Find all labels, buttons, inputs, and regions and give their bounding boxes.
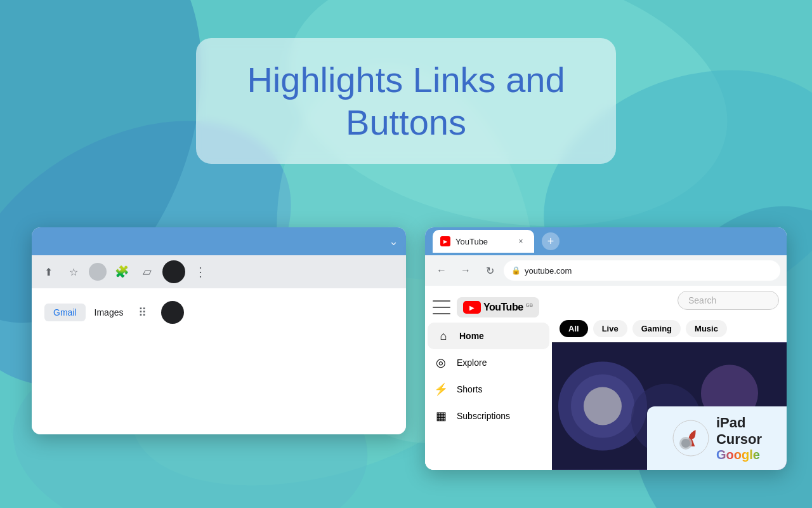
ipad-cursor-text: iPad Cursor Google: [716, 415, 762, 462]
title-card: Highlights Links and Buttons: [196, 38, 615, 164]
left-browser-body: Gmail Images ⠿: [32, 288, 406, 434]
home-icon: ⌂: [436, 329, 450, 343]
images-link[interactable]: Images: [95, 307, 124, 318]
sidebar-shorts-label: Shorts: [457, 384, 482, 394]
hamburger-line: [433, 313, 450, 314]
forward-button[interactable]: →: [455, 260, 476, 281]
sidebar-subscriptions-label: Subscriptions: [457, 411, 510, 421]
hamburger-menu[interactable]: [433, 300, 450, 314]
browser-right: YouTube × + ← → ↻ 🔒 youtube.com: [425, 227, 787, 470]
filter-chip-live[interactable]: Live: [593, 320, 627, 337]
filter-chip-music[interactable]: Music: [686, 320, 727, 337]
ipad-text: iPad: [716, 415, 762, 431]
subscriptions-icon: ▦: [434, 409, 448, 423]
hamburger-line: [433, 307, 450, 308]
share-icon[interactable]: ⬆: [38, 262, 58, 282]
filter-chip-all[interactable]: All: [560, 320, 588, 337]
yt-thumbnail: iPad Cursor Google: [552, 342, 787, 470]
sidebar-item-shorts[interactable]: ⚡ Shorts: [425, 376, 552, 403]
google-bar: Gmail Images ⠿: [32, 301, 406, 324]
hamburger-line: [433, 300, 450, 302]
more-options-icon[interactable]: ⋮: [190, 262, 211, 282]
lock-icon: 🔒: [511, 266, 521, 275]
sidebar-home-label: Home: [459, 331, 484, 341]
yt-titlebar: YouTube × +: [425, 227, 787, 255]
yt-logo-icon: [463, 301, 481, 314]
reload-button[interactable]: ↻: [480, 260, 500, 281]
browser-left: ⌄ ⬆ ☆ 🧩 ▱ ⋮ Gmail Images ⠿: [32, 227, 406, 434]
puzzle-icon[interactable]: 🧩: [112, 262, 132, 282]
user-avatar[interactable]: [161, 301, 184, 324]
svg-point-18: [681, 439, 690, 448]
yt-tab-favicon: [440, 236, 450, 246]
yt-sidebar: YouTube GB ⌂ Home ◎ Explore ⚡ Shorts: [425, 286, 552, 470]
page-title: Highlights Links and Buttons: [247, 58, 565, 144]
shorts-icon: ⚡: [434, 382, 448, 396]
yt-filter-row: All Live Gaming Music: [552, 315, 787, 342]
search-input[interactable]: Search: [678, 291, 779, 310]
yt-toolbar: ← → ↻ 🔒 youtube.com: [425, 255, 787, 286]
browsers-row: ⌄ ⬆ ☆ 🧩 ▱ ⋮ Gmail Images ⠿ Yo: [32, 227, 812, 470]
yt-logo[interactable]: YouTube GB: [457, 297, 539, 318]
ipad-cursor-badge: iPad Cursor Google: [647, 406, 787, 470]
yt-main: Search All Live Gaming Music: [552, 286, 787, 470]
dark-circle-icon: [162, 260, 185, 283]
left-toolbar: ⬆ ☆ 🧩 ▱ ⋮: [32, 255, 406, 288]
explore-icon: ◎: [434, 356, 448, 370]
tab-close-button[interactable]: ×: [515, 236, 527, 247]
sidebar-item-subscriptions[interactable]: ▦ Subscriptions: [425, 403, 552, 429]
sidebar-explore-label: Explore: [457, 358, 487, 368]
gmail-button[interactable]: Gmail: [44, 304, 86, 321]
cursor-text: Cursor: [716, 431, 762, 448]
cursor-arrow-icon: [672, 419, 710, 457]
sidebar-item-explore[interactable]: ◎ Explore: [425, 349, 552, 376]
left-titlebar: ⌄: [32, 227, 406, 255]
url-text: youtube.com: [525, 266, 572, 276]
youtube-tab[interactable]: YouTube ×: [433, 230, 534, 253]
yt-search-bar: Search: [552, 286, 787, 315]
titlebar-chevron-icon: ⌄: [389, 234, 398, 248]
yt-logo-text: YouTube: [483, 302, 523, 313]
back-button[interactable]: ←: [431, 260, 452, 281]
svg-point-12: [584, 387, 622, 425]
yt-tab-title: YouTube: [455, 237, 488, 246]
yt-logo-gb: GB: [526, 302, 534, 308]
address-bar[interactable]: 🔒 youtube.com: [504, 260, 780, 281]
sidebar-item-home[interactable]: ⌂ Home: [428, 323, 549, 349]
yt-header: YouTube GB: [425, 292, 552, 323]
circle-icon: [89, 263, 107, 281]
apps-grid-icon[interactable]: ⠿: [132, 302, 152, 323]
yt-body: YouTube GB ⌂ Home ◎ Explore ⚡ Shorts: [425, 286, 787, 470]
split-view-icon[interactable]: ▱: [137, 262, 157, 282]
new-tab-button[interactable]: +: [542, 232, 560, 250]
filter-chip-gaming[interactable]: Gaming: [632, 320, 681, 337]
bookmark-icon[interactable]: ☆: [63, 262, 84, 282]
google-brand-text: Google: [716, 448, 762, 462]
